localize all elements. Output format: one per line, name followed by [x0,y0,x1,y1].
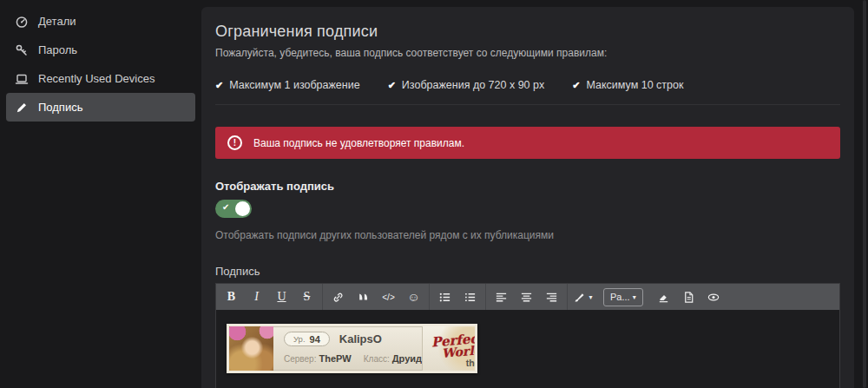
paragraph-format-value: Pa... [610,292,630,302]
sidebar-item-devices[interactable]: Recently Used Devices [6,64,195,93]
bold-button[interactable]: B [219,284,244,310]
signature-info: Ур. 94 KalipsO Сервер: ThePW Класс: Друи… [273,326,422,371]
class-value: Друид [392,353,422,364]
caret-down-icon: ▾ [589,293,592,301]
toggle-knob [235,201,250,216]
ordered-list-button[interactable] [457,284,483,310]
rule-label: Изображения до 720 x 90 px [402,79,544,91]
page-scrollbar[interactable] [863,0,866,388]
rule-label: Максимум 10 строк [586,79,683,91]
remove-format-button[interactable] [651,284,676,310]
section-divider [215,104,840,105]
quote-button[interactable] [351,284,376,310]
italic-button[interactable]: I [244,284,269,310]
logo-site-url: thepw.ru [466,358,477,368]
eraser-icon [657,291,670,304]
unordered-list-icon [438,291,451,304]
toolbar-separator [322,284,323,310]
sidebar-item-label: Recently Used Devices [38,72,155,85]
perfect-world-logo: Perfect World thepw.ru [422,326,477,371]
sidebar-item-details[interactable]: Детали [6,7,195,36]
code-button[interactable]: </> [376,284,401,310]
editor-toolbar: B I U S </> ☺ [216,284,839,310]
sidebar-item-password[interactable]: Пароль [6,36,195,64]
sidebar-item-label: Пароль [38,43,77,56]
show-signature-label: Отображать подпись [215,180,840,193]
settings-sidebar: Детали Пароль Recently Used Devices Подп… [0,0,201,388]
gauge-icon [14,15,29,29]
signature-field-label: Подпись [215,265,840,278]
account-settings-page: Детали Пароль Recently Used Devices Подп… [0,0,868,388]
signature-settings-panel: Ограничения подписи Пожалуйста, убедитес… [201,7,854,388]
level-label: Ур. [293,334,306,344]
laptop-icon [14,72,29,86]
signature-rules: ✔ Максимум 1 изображение ✔ Изображения д… [215,79,840,91]
character-portrait [229,326,273,371]
rule-item: ✔ Максимум 1 изображение [215,79,360,91]
check-icon: ✔ [222,202,229,212]
error-banner: ! Ваша подпись не удовлетворяет правилам… [215,127,840,159]
unordered-list-button[interactable] [432,284,457,310]
signature-image[interactable]: Ур. 94 KalipsO Сервер: ThePW Класс: Друи… [227,324,477,373]
eye-icon [707,291,720,304]
paintbrush-icon [573,291,586,304]
quote-icon [358,291,370,303]
document-icon [682,291,695,304]
rule-item: ✔ Максимум 10 строк [572,79,683,91]
align-left-button[interactable] [489,284,514,310]
page-subtitle: Пожалуйста, убедитесь, ваша подпись соот… [215,47,840,59]
preview-button[interactable] [701,284,727,310]
exclamation-circle-icon: ! [227,135,242,150]
level-value: 94 [310,334,320,345]
align-center-button[interactable] [514,284,539,310]
rule-label: Максимум 1 изображение [229,79,359,91]
check-icon: ✔ [388,80,396,91]
character-name: KalipsO [339,332,382,345]
link-icon [332,291,345,304]
pencil-icon [14,101,29,115]
server-value: ThePW [319,353,351,364]
align-right-icon [545,291,558,304]
show-signature-help: Отображать подписи других пользователей … [215,229,840,241]
page-title: Ограничения подписи [215,23,840,41]
toolbar-separator [567,284,568,310]
server-label: Сервер: [284,354,316,364]
align-left-icon [495,291,508,304]
toolbar-separator [429,284,430,310]
rule-item: ✔ Изображения до 720 x 90 px [388,79,545,91]
signature-editor-content[interactable]: Ур. 94 KalipsO Сервер: ThePW Класс: Друи… [216,310,839,388]
signature-editor: B I U S </> ☺ [215,283,840,388]
caret-down-icon: ▾ [633,293,636,301]
sidebar-item-label: Подпись [38,101,82,114]
sidebar-item-label: Детали [38,15,76,28]
show-signature-toggle[interactable]: ✔ [215,200,252,218]
align-center-icon [520,291,533,304]
source-button[interactable] [676,284,701,310]
text-color-button[interactable]: ▾ [570,284,595,310]
class-label: Класс: [364,354,390,364]
key-icon [14,43,29,57]
underline-button[interactable]: U [269,284,294,310]
level-badge: Ур. 94 [284,332,330,346]
emoji-button[interactable]: ☺ [401,284,426,310]
strikethrough-button[interactable]: S [294,284,319,310]
sidebar-item-signature[interactable]: Подпись [6,93,195,122]
paragraph-format-dropdown[interactable]: Pa... ▾ [603,288,643,306]
ordered-list-icon [464,291,477,304]
check-icon: ✔ [572,80,580,91]
align-right-button[interactable] [539,284,564,310]
link-button[interactable] [326,284,351,310]
toolbar-separator [485,284,486,310]
error-message: Ваша подпись не удовлетворяет правилам. [253,137,464,149]
check-icon: ✔ [215,80,223,91]
